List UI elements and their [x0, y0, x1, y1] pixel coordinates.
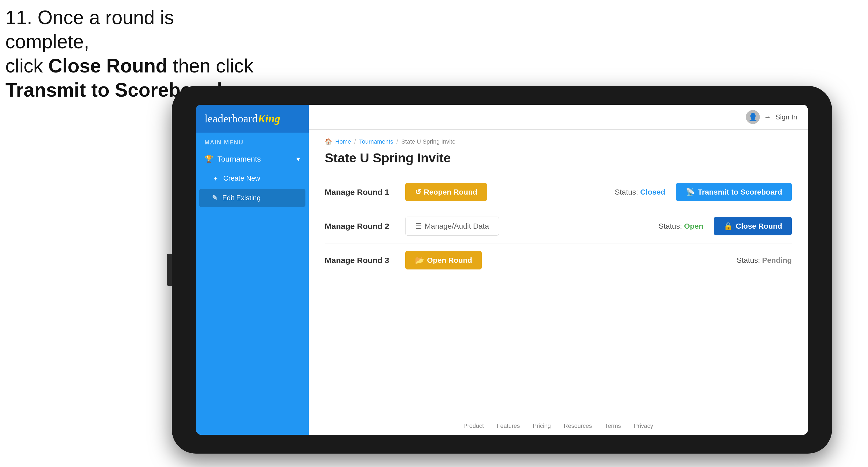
edit-icon: ✎	[212, 194, 218, 202]
breadcrumb-current: State U Spring Invite	[401, 138, 456, 145]
round-2-section: Manage Round 2 ☰ Manage/Audit Data Statu…	[325, 209, 792, 243]
close-round-button[interactable]: 🔒 Close Round	[714, 217, 792, 236]
transmit-to-scoreboard-button[interactable]: 📡 Transmit to Scoreboard	[676, 183, 792, 201]
breadcrumb-tournaments[interactable]: Tournaments	[359, 138, 393, 145]
footer-product[interactable]: Product	[463, 423, 484, 429]
app-layout: leaderboardKing MAIN MENU 🏆 Tournaments …	[196, 105, 808, 435]
page-content: 🏠 Home / Tournaments / State U Spring In…	[309, 130, 808, 417]
main-content: 👤 → Sign In 🏠 Home / Tournaments /	[309, 105, 808, 435]
round-1-section: Manage Round 1 ↺ Reopen Round Status: Cl…	[325, 175, 792, 209]
breadcrumb-home[interactable]: Home	[335, 138, 351, 145]
round-1-title: Manage Round 1	[325, 188, 395, 197]
breadcrumb: 🏠 Home / Tournaments / State U Spring In…	[325, 138, 792, 145]
open-icon: 📂	[415, 256, 424, 264]
sidebar-item-tournaments[interactable]: 🏆 Tournaments ▾	[196, 149, 309, 169]
sidebar: leaderboardKing MAIN MENU 🏆 Tournaments …	[196, 105, 309, 435]
manage-audit-data-button[interactable]: ☰ Manage/Audit Data	[405, 217, 499, 236]
tablet-side-button	[167, 254, 172, 286]
avatar: 👤	[746, 110, 760, 124]
open-round-button[interactable]: 📂 Open Round	[405, 251, 482, 270]
footer-privacy[interactable]: Privacy	[634, 423, 653, 429]
sign-in-area: 👤 → Sign In	[746, 110, 797, 124]
tablet-screen: leaderboardKing MAIN MENU 🏆 Tournaments …	[196, 105, 808, 435]
round-2-title: Manage Round 2	[325, 222, 395, 231]
audit-icon: ☰	[415, 222, 422, 230]
round-1-status: Status: Closed	[615, 188, 665, 196]
footer-terms[interactable]: Terms	[605, 423, 621, 429]
logo-text: leaderboardKing	[205, 112, 280, 125]
footer-resources[interactable]: Resources	[564, 423, 592, 429]
tablet-device: leaderboardKing MAIN MENU 🏆 Tournaments …	[172, 86, 832, 454]
sidebar-logo: leaderboardKing	[196, 105, 309, 132]
transmit-icon: 📡	[686, 188, 695, 196]
sidebar-item-edit-existing[interactable]: ✎ Edit Existing	[199, 189, 305, 207]
round-3-title: Manage Round 3	[325, 256, 395, 265]
page-footer: Product Features Pricing Resources Terms…	[309, 417, 808, 435]
footer-pricing[interactable]: Pricing	[533, 423, 551, 429]
sign-in-label[interactable]: Sign In	[775, 113, 797, 121]
sidebar-item-create-new[interactable]: ＋ Create New	[196, 169, 309, 188]
reopen-icon: ↺	[415, 188, 421, 196]
home-icon: 🏠	[325, 138, 332, 145]
sidebar-menu-label: MAIN MENU	[196, 132, 309, 149]
plus-icon: ＋	[212, 174, 219, 183]
round-3-status: Status: Pending	[737, 256, 792, 264]
chevron-icon: ▾	[296, 155, 300, 163]
footer-features[interactable]: Features	[497, 423, 520, 429]
trophy-icon: 🏆	[205, 155, 213, 163]
top-bar: 👤 → Sign In	[309, 105, 808, 130]
lock-icon: 🔒	[723, 222, 733, 230]
round-2-status: Status: Open	[659, 222, 704, 230]
sign-in-arrow-icon: →	[764, 113, 771, 121]
round-3-section: Manage Round 3 📂 Open Round Status: Pend…	[325, 243, 792, 277]
reopen-round-button[interactable]: ↺ Reopen Round	[405, 183, 487, 201]
page-title: State U Spring Invite	[325, 151, 792, 165]
user-icon: 👤	[748, 113, 758, 122]
